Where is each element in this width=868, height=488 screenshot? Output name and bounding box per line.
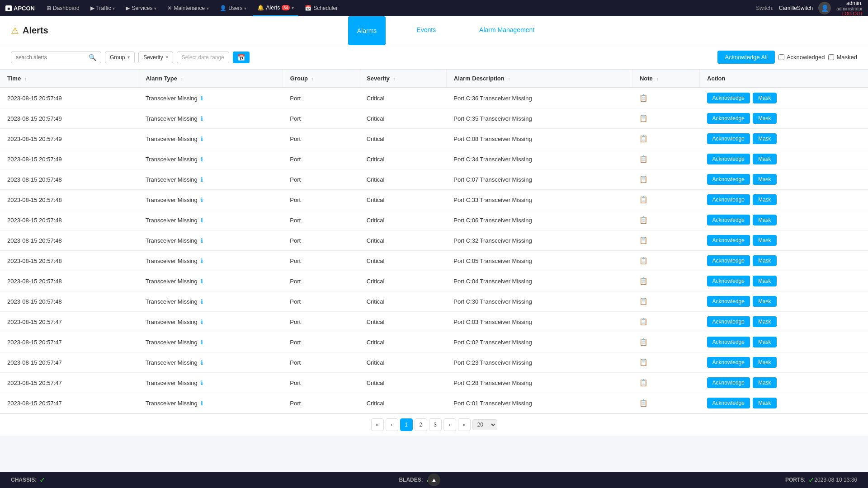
alarm-type-info-icon[interactable]: ℹ	[201, 136, 203, 142]
logout-link[interactable]: LOG OUT	[842, 11, 863, 16]
acknowledge-button[interactable]: Acknowledge	[707, 276, 750, 286]
acknowledge-button[interactable]: Acknowledge	[707, 133, 750, 144]
col-description[interactable]: Alarm Description ↕	[446, 70, 632, 88]
alarm-type-info-icon[interactable]: ℹ	[201, 400, 203, 407]
acknowledge-button[interactable]: Acknowledge	[707, 174, 750, 185]
acknowledge-button[interactable]: Acknowledge	[707, 377, 750, 388]
note-icon[interactable]: 📋	[639, 379, 648, 386]
mask-button[interactable]: Mask	[753, 113, 777, 124]
mask-button[interactable]: Mask	[753, 398, 777, 408]
masked-checkbox-label[interactable]: Masked	[828, 54, 857, 61]
search-input[interactable]	[16, 54, 86, 61]
col-group[interactable]: Group ↕	[283, 70, 359, 88]
note-icon[interactable]: 📋	[639, 318, 648, 325]
nav-item-services[interactable]: ▶ Services ▾	[121, 0, 161, 16]
acknowledge-button[interactable]: Acknowledge	[707, 357, 750, 368]
page-3-button[interactable]: 3	[429, 418, 442, 431]
nav-item-maintenance[interactable]: ✕ Maintenance ▾	[163, 0, 213, 16]
note-icon[interactable]: 📋	[639, 155, 648, 163]
calendar-button[interactable]: 📅	[233, 52, 250, 63]
acknowledged-checkbox[interactable]	[778, 54, 784, 60]
date-range-input[interactable]: Select date range	[177, 52, 229, 63]
mask-button[interactable]: Mask	[753, 316, 777, 327]
app-logo[interactable]: ■ APCON	[5, 5, 35, 12]
acknowledge-button[interactable]: Acknowledge	[707, 235, 750, 246]
col-time[interactable]: Time ↕	[0, 70, 138, 88]
tab-events[interactable]: Events	[404, 16, 448, 45]
mask-button[interactable]: Mask	[753, 357, 777, 368]
page-size-select[interactable]: 20 50 100	[472, 419, 497, 430]
mask-button[interactable]: Mask	[753, 377, 777, 388]
nav-item-scheduler[interactable]: 📅 Scheduler	[300, 0, 342, 16]
acknowledge-button[interactable]: Acknowledge	[707, 337, 750, 347]
page-prev-button[interactable]: ‹	[386, 418, 398, 431]
note-icon[interactable]: 📋	[639, 216, 648, 224]
note-icon[interactable]: 📋	[639, 196, 648, 203]
alarm-type-info-icon[interactable]: ℹ	[201, 197, 203, 203]
col-note[interactable]: Note ↕	[632, 70, 699, 88]
note-icon[interactable]: 📋	[639, 358, 648, 366]
tab-alarm-management[interactable]: Alarm Management	[467, 16, 547, 45]
search-box[interactable]: 🔍	[11, 52, 101, 63]
page-last-nav-button[interactable]: »	[458, 418, 471, 431]
severity-filter[interactable]: Severity ▾	[138, 52, 173, 63]
alarm-type-info-icon[interactable]: ℹ	[201, 156, 203, 163]
acknowledge-button[interactable]: Acknowledge	[707, 398, 750, 408]
note-icon[interactable]: 📋	[639, 236, 648, 244]
col-severity[interactable]: Severity ↕	[359, 70, 447, 88]
alarm-type-info-icon[interactable]: ℹ	[201, 278, 203, 285]
mask-button[interactable]: Mask	[753, 337, 777, 347]
mask-button[interactable]: Mask	[753, 154, 777, 164]
alarm-type-info-icon[interactable]: ℹ	[201, 359, 203, 366]
alarm-type-info-icon[interactable]: ℹ	[201, 339, 203, 346]
alarm-type-info-icon[interactable]: ℹ	[201, 298, 203, 305]
note-icon[interactable]: 📋	[639, 399, 648, 407]
group-filter[interactable]: Group ▾	[105, 52, 135, 63]
note-icon[interactable]: 📋	[639, 257, 648, 264]
alarm-type-info-icon[interactable]: ℹ	[201, 95, 203, 102]
acknowledge-button[interactable]: Acknowledge	[707, 154, 750, 164]
alarm-type-info-icon[interactable]: ℹ	[201, 380, 203, 386]
alarm-type-info-icon[interactable]: ℹ	[201, 258, 203, 264]
acknowledge-button[interactable]: Acknowledge	[707, 215, 750, 225]
note-icon[interactable]: 📋	[639, 135, 648, 142]
note-icon[interactable]: 📋	[639, 297, 648, 305]
page-next-button[interactable]: ›	[443, 418, 456, 431]
col-alarm-type[interactable]: Alarm Type ↕	[138, 70, 283, 88]
acknowledge-button[interactable]: Acknowledge	[707, 93, 750, 103]
nav-item-users[interactable]: 👤 Users ▾	[215, 0, 251, 16]
page-2-button[interactable]: 2	[415, 418, 427, 431]
alarm-type-info-icon[interactable]: ℹ	[201, 217, 203, 224]
mask-button[interactable]: Mask	[753, 215, 777, 225]
acknowledge-button[interactable]: Acknowledge	[707, 296, 750, 307]
note-icon[interactable]: 📋	[639, 114, 648, 122]
mask-button[interactable]: Mask	[753, 255, 777, 266]
alarm-type-info-icon[interactable]: ℹ	[201, 115, 203, 122]
mask-button[interactable]: Mask	[753, 133, 777, 144]
mask-button[interactable]: Mask	[753, 235, 777, 246]
tab-alarms[interactable]: Alarms	[348, 16, 386, 45]
mask-button[interactable]: Mask	[753, 296, 777, 307]
note-icon[interactable]: 📋	[639, 175, 648, 183]
acknowledge-button[interactable]: Acknowledge	[707, 194, 750, 205]
page-1-button[interactable]: 1	[400, 418, 413, 431]
note-icon[interactable]: 📋	[639, 94, 648, 102]
acknowledge-button[interactable]: Acknowledge	[707, 113, 750, 124]
mask-button[interactable]: Mask	[753, 276, 777, 286]
mask-button[interactable]: Mask	[753, 174, 777, 185]
alarm-type-info-icon[interactable]: ℹ	[201, 237, 203, 244]
masked-checkbox[interactable]	[828, 54, 834, 60]
alarm-type-info-icon[interactable]: ℹ	[201, 319, 203, 325]
nav-item-dashboard[interactable]: ⊞ Dashboard	[42, 0, 84, 16]
note-icon[interactable]: 📋	[639, 277, 648, 285]
acknowledged-checkbox-label[interactable]: Acknowledged	[778, 54, 825, 61]
acknowledge-all-button[interactable]: Acknowledge All	[717, 51, 775, 64]
note-icon[interactable]: 📋	[639, 338, 648, 346]
acknowledge-button[interactable]: Acknowledge	[707, 316, 750, 327]
page-first-button[interactable]: «	[371, 418, 384, 431]
mask-button[interactable]: Mask	[753, 93, 777, 103]
nav-item-traffic[interactable]: ▶ Traffic ▾	[86, 0, 120, 16]
mask-button[interactable]: Mask	[753, 194, 777, 205]
acknowledge-button[interactable]: Acknowledge	[707, 255, 750, 266]
alarm-type-info-icon[interactable]: ℹ	[201, 176, 203, 183]
